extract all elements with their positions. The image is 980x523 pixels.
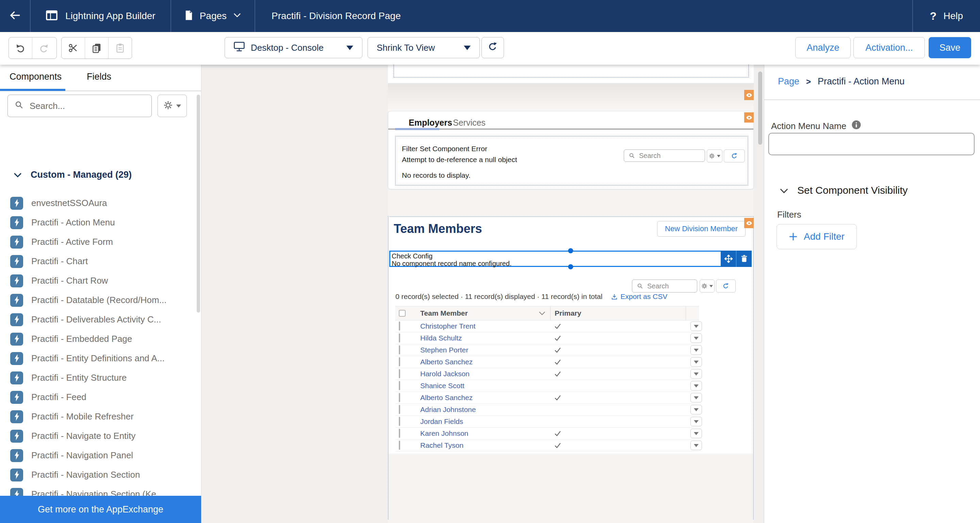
team-member-link[interactable]: Alberto Sanchez <box>420 394 473 402</box>
column-header-team-member[interactable]: Team Member <box>411 306 550 320</box>
select-all-checkbox[interactable] <box>399 310 406 317</box>
tabs-component[interactable]: Employers Services Filter Set Component … <box>388 111 754 189</box>
row-actions-button[interactable] <box>690 369 702 379</box>
row-actions-button[interactable] <box>690 333 702 343</box>
team-member-link[interactable]: Christopher Trent <box>420 322 476 330</box>
row-actions-button[interactable] <box>690 405 702 415</box>
sidebar-component-item[interactable]: Practifi - Navigation Panel <box>0 446 196 465</box>
sidebar-component-item[interactable]: envestnetSSOAura <box>0 193 196 213</box>
sidebar-component-item[interactable]: Practifi - Action Menu <box>0 213 196 232</box>
row-checkbox[interactable] <box>399 357 400 367</box>
back-button[interactable] <box>0 0 30 32</box>
activation-button[interactable]: Activation... <box>853 37 925 58</box>
row-actions-button[interactable] <box>690 345 702 355</box>
row-checkbox[interactable] <box>399 369 400 378</box>
row-checkbox[interactable] <box>399 417 400 426</box>
team-member-link[interactable]: Shanice Scott <box>420 382 465 389</box>
table-row[interactable]: Alberto Sanchez <box>395 392 699 404</box>
filter-settings-button[interactable] <box>707 150 722 163</box>
column-header-primary[interactable]: Primary <box>550 306 686 320</box>
cut-button[interactable] <box>62 37 85 59</box>
table-row[interactable]: Adrian Johnstone <box>395 404 699 416</box>
row-checkbox[interactable] <box>399 393 400 402</box>
undo-button[interactable] <box>9 37 32 59</box>
paste-button[interactable] <box>108 37 132 59</box>
visibility-badge[interactable] <box>744 112 754 123</box>
table-row[interactable]: Jordan Fields <box>395 416 699 428</box>
row-actions-button[interactable] <box>690 441 702 450</box>
team-members-component[interactable]: Team Members New Division Member Check C… <box>388 216 754 519</box>
copy-button[interactable] <box>85 37 108 59</box>
redo-button[interactable] <box>32 37 56 59</box>
visibility-badge[interactable] <box>744 218 754 228</box>
team-settings-button[interactable] <box>700 279 714 292</box>
selected-component-check-config[interactable]: Check Config No component record name co… <box>389 250 752 267</box>
table-row[interactable]: Harold Jackson <box>395 368 699 380</box>
team-search-input[interactable]: Search <box>632 279 697 292</box>
preview-tab-employers[interactable]: Employers <box>409 118 452 128</box>
move-component-button[interactable] <box>721 250 736 267</box>
highlights-panel-placeholder[interactable] <box>388 83 754 111</box>
tab-components[interactable]: Components <box>10 72 62 82</box>
sidebar-component-item[interactable]: Practifi - Feed <box>0 387 196 407</box>
row-checkbox[interactable] <box>399 333 400 343</box>
canvas-vertical-scrollbar[interactable] <box>758 72 762 145</box>
team-member-link[interactable]: Adrian Johnstone <box>420 405 476 413</box>
add-filter-button[interactable]: Add Filter <box>776 224 857 249</box>
refresh-button[interactable] <box>482 37 504 58</box>
row-checkbox[interactable] <box>399 429 400 438</box>
sidebar-component-item[interactable]: Practifi - Datatable (Record/Hom... <box>0 290 196 310</box>
tab-fields[interactable]: Fields <box>87 72 111 82</box>
sidebar-component-item[interactable]: Practifi - Embedded Page <box>0 329 196 349</box>
filter-search-input[interactable]: Search <box>624 150 705 162</box>
section-custom-managed[interactable]: Custom - Managed (29) <box>14 169 132 180</box>
table-row[interactable]: Alberto Sanchez <box>395 356 699 368</box>
team-member-link[interactable]: Jordan Fields <box>420 418 463 425</box>
row-checkbox[interactable] <box>399 441 400 450</box>
filter-set-component[interactable]: Filter Set Component Error Attempt to de… <box>395 136 748 186</box>
row-actions-button[interactable] <box>690 417 702 426</box>
sidebar-component-item[interactable]: Practifi - Entity Definitions and A... <box>0 349 196 368</box>
component-search-input[interactable]: Search... <box>8 95 152 117</box>
zoom-selector[interactable]: Shrink To View <box>368 37 480 58</box>
sidebar-component-item[interactable]: Practifi - Active Form <box>0 232 196 252</box>
row-actions-button[interactable] <box>690 357 702 367</box>
save-button[interactable]: Save <box>929 37 971 58</box>
sidebar-component-item[interactable]: Practifi - Chart Row <box>0 271 196 290</box>
table-row[interactable]: Rachel Tyson <box>395 440 699 451</box>
sidebar-component-item[interactable]: Practifi - Chart <box>0 252 196 271</box>
row-checkbox[interactable] <box>399 345 400 354</box>
filter-refresh-button[interactable] <box>724 150 745 163</box>
sidebar-component-item[interactable]: Practifi - Mobile Refresher <box>0 407 196 426</box>
row-actions-button[interactable] <box>690 429 702 438</box>
partial-component-outline[interactable] <box>393 63 749 78</box>
set-component-visibility-section[interactable]: Set Component Visibility <box>780 185 908 196</box>
component-settings-button[interactable] <box>158 95 187 117</box>
app-home[interactable]: Lightning App Builder <box>30 0 170 32</box>
row-checkbox[interactable] <box>399 381 400 390</box>
sidebar-scrollbar[interactable] <box>197 95 200 313</box>
row-actions-button[interactable] <box>690 393 702 402</box>
analyze-button[interactable]: Analyze <box>795 37 851 58</box>
selection-handle-bottom[interactable] <box>568 264 573 269</box>
row-checkbox[interactable] <box>399 405 400 414</box>
table-row[interactable]: Shanice Scott <box>395 380 699 392</box>
sidebar-component-item[interactable]: Practifi - Deliverables Activity C... <box>0 310 196 329</box>
team-member-link[interactable]: Karen Johnson <box>420 429 468 437</box>
table-row[interactable]: Christopher Trent <box>395 320 699 332</box>
table-row[interactable]: Stephen Porter <box>395 344 699 356</box>
new-division-member-button[interactable]: New Division Member <box>657 221 746 237</box>
team-member-link[interactable]: Harold Jackson <box>420 370 469 378</box>
breadcrumb-page-link[interactable]: Page <box>778 76 799 87</box>
table-row[interactable]: Karen Johnson <box>395 428 699 440</box>
row-actions-button[interactable] <box>690 381 702 391</box>
sidebar-component-item[interactable]: Practifi - Navigate to Entity <box>0 426 196 446</box>
action-menu-name-input[interactable] <box>768 133 975 155</box>
row-checkbox[interactable] <box>399 321 400 331</box>
pages-menu[interactable]: Pages <box>171 0 255 32</box>
selection-handle-top[interactable] <box>568 248 573 254</box>
appexchange-banner[interactable]: Get more on the AppExchange <box>0 496 201 523</box>
team-member-link[interactable]: Hilda Schultz <box>420 334 462 342</box>
team-refresh-button[interactable] <box>716 279 736 292</box>
team-member-link[interactable]: Alberto Sanchez <box>420 358 473 366</box>
